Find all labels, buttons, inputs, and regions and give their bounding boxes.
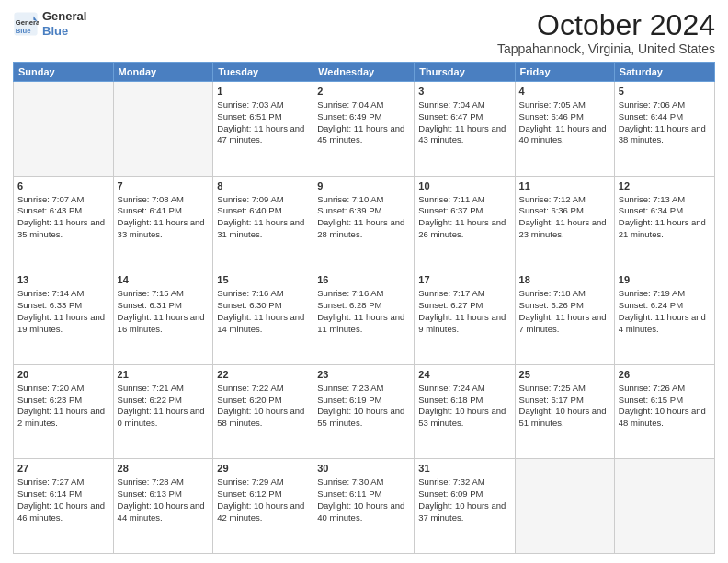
- day-info: Sunrise: 7:11 AM Sunset: 6:37 PM Dayligh…: [418, 194, 510, 241]
- calendar-day-cell: 1Sunrise: 7:03 AM Sunset: 6:51 PM Daylig…: [213, 82, 313, 177]
- day-info: Sunrise: 7:22 AM Sunset: 6:20 PM Dayligh…: [217, 383, 309, 430]
- day-number: 30: [317, 462, 410, 476]
- calendar-day-cell: 19Sunrise: 7:19 AM Sunset: 6:24 PM Dayli…: [614, 270, 714, 365]
- title-block: October 2024 Tappahannock, Virginia, Uni…: [497, 9, 715, 56]
- logo-icon: General Blue: [13, 11, 39, 37]
- day-info: Sunrise: 7:26 AM Sunset: 6:15 PM Dayligh…: [619, 383, 711, 430]
- col-monday: Monday: [113, 63, 213, 82]
- day-number: 26: [619, 368, 711, 382]
- calendar-header-row: Sunday Monday Tuesday Wednesday Thursday…: [14, 63, 715, 82]
- calendar-day-cell: 14Sunrise: 7:15 AM Sunset: 6:31 PM Dayli…: [113, 270, 213, 365]
- day-number: 18: [519, 273, 610, 287]
- day-info: Sunrise: 7:04 AM Sunset: 6:47 PM Dayligh…: [418, 99, 510, 146]
- calendar-day-cell: [14, 82, 114, 177]
- day-info: Sunrise: 7:25 AM Sunset: 6:17 PM Dayligh…: [519, 383, 610, 430]
- day-info: Sunrise: 7:16 AM Sunset: 6:30 PM Dayligh…: [217, 288, 309, 335]
- day-number: 23: [317, 368, 410, 382]
- calendar-day-cell: 7Sunrise: 7:08 AM Sunset: 6:41 PM Daylig…: [113, 176, 213, 270]
- calendar-day-cell: 23Sunrise: 7:23 AM Sunset: 6:19 PM Dayli…: [313, 364, 415, 459]
- day-number: 5: [619, 85, 711, 98]
- day-number: 6: [17, 179, 109, 193]
- calendar-day-cell: 12Sunrise: 7:13 AM Sunset: 6:34 PM Dayli…: [614, 176, 714, 270]
- col-thursday: Thursday: [415, 63, 515, 82]
- day-info: Sunrise: 7:14 AM Sunset: 6:33 PM Dayligh…: [17, 288, 109, 335]
- day-info: Sunrise: 7:24 AM Sunset: 6:18 PM Dayligh…: [418, 383, 510, 430]
- calendar-day-cell: 30Sunrise: 7:30 AM Sunset: 6:11 PM Dayli…: [313, 459, 415, 554]
- calendar-day-cell: 17Sunrise: 7:17 AM Sunset: 6:27 PM Dayli…: [415, 270, 515, 365]
- day-info: Sunrise: 7:28 AM Sunset: 6:13 PM Dayligh…: [118, 477, 210, 523]
- day-info: Sunrise: 7:30 AM Sunset: 6:11 PM Dayligh…: [317, 477, 410, 523]
- day-info: Sunrise: 7:04 AM Sunset: 6:49 PM Dayligh…: [317, 99, 410, 146]
- day-info: Sunrise: 7:09 AM Sunset: 6:40 PM Dayligh…: [217, 194, 309, 241]
- calendar-day-cell: 21Sunrise: 7:21 AM Sunset: 6:22 PM Dayli…: [113, 364, 213, 459]
- day-number: 22: [217, 368, 309, 382]
- day-number: 29: [217, 462, 309, 476]
- page: General Blue General Blue October 2024 T…: [0, 0, 728, 563]
- day-number: 17: [418, 273, 510, 287]
- day-info: Sunrise: 7:03 AM Sunset: 6:51 PM Dayligh…: [217, 99, 309, 146]
- calendar-week-row: 1Sunrise: 7:03 AM Sunset: 6:51 PM Daylig…: [14, 82, 715, 177]
- day-number: 21: [118, 368, 210, 382]
- day-number: 24: [418, 368, 510, 382]
- calendar-day-cell: 15Sunrise: 7:16 AM Sunset: 6:30 PM Dayli…: [213, 270, 313, 365]
- day-number: 20: [17, 368, 109, 382]
- day-info: Sunrise: 7:05 AM Sunset: 6:46 PM Dayligh…: [519, 99, 610, 146]
- calendar-day-cell: 28Sunrise: 7:28 AM Sunset: 6:13 PM Dayli…: [113, 459, 213, 554]
- calendar-day-cell: 16Sunrise: 7:16 AM Sunset: 6:28 PM Dayli…: [313, 270, 415, 365]
- calendar-day-cell: 24Sunrise: 7:24 AM Sunset: 6:18 PM Dayli…: [415, 364, 515, 459]
- col-friday: Friday: [515, 63, 614, 82]
- day-number: 13: [17, 273, 109, 287]
- calendar-day-cell: 10Sunrise: 7:11 AM Sunset: 6:37 PM Dayli…: [415, 176, 515, 270]
- logo-line2: Blue: [42, 24, 86, 39]
- day-info: Sunrise: 7:15 AM Sunset: 6:31 PM Dayligh…: [118, 288, 210, 335]
- day-info: Sunrise: 7:18 AM Sunset: 6:26 PM Dayligh…: [519, 288, 610, 335]
- calendar-week-row: 27Sunrise: 7:27 AM Sunset: 6:14 PM Dayli…: [14, 459, 715, 554]
- day-info: Sunrise: 7:17 AM Sunset: 6:27 PM Dayligh…: [418, 288, 510, 335]
- day-number: 7: [118, 179, 210, 193]
- calendar-day-cell: 20Sunrise: 7:20 AM Sunset: 6:23 PM Dayli…: [14, 364, 114, 459]
- calendar-day-cell: [113, 82, 213, 177]
- calendar-day-cell: 27Sunrise: 7:27 AM Sunset: 6:14 PM Dayli…: [14, 459, 114, 554]
- day-number: 3: [418, 85, 510, 98]
- calendar-day-cell: 31Sunrise: 7:32 AM Sunset: 6:09 PM Dayli…: [415, 459, 515, 554]
- main-title: October 2024: [497, 9, 715, 41]
- calendar-day-cell: 11Sunrise: 7:12 AM Sunset: 6:36 PM Dayli…: [515, 176, 614, 270]
- calendar-day-cell: 13Sunrise: 7:14 AM Sunset: 6:33 PM Dayli…: [14, 270, 114, 365]
- day-number: 11: [519, 179, 610, 193]
- col-saturday: Saturday: [614, 63, 714, 82]
- day-number: 19: [619, 273, 711, 287]
- day-info: Sunrise: 7:29 AM Sunset: 6:12 PM Dayligh…: [217, 477, 309, 523]
- calendar-week-row: 20Sunrise: 7:20 AM Sunset: 6:23 PM Dayli…: [14, 364, 715, 459]
- subtitle: Tappahannock, Virginia, United States: [497, 41, 715, 56]
- day-info: Sunrise: 7:10 AM Sunset: 6:39 PM Dayligh…: [317, 194, 410, 241]
- calendar-day-cell: 8Sunrise: 7:09 AM Sunset: 6:40 PM Daylig…: [213, 176, 313, 270]
- calendar-day-cell: 6Sunrise: 7:07 AM Sunset: 6:43 PM Daylig…: [14, 176, 114, 270]
- calendar-day-cell: 26Sunrise: 7:26 AM Sunset: 6:15 PM Dayli…: [614, 364, 714, 459]
- day-number: 8: [217, 179, 309, 193]
- calendar-day-cell: 9Sunrise: 7:10 AM Sunset: 6:39 PM Daylig…: [313, 176, 415, 270]
- day-info: Sunrise: 7:12 AM Sunset: 6:36 PM Dayligh…: [519, 194, 610, 241]
- calendar-day-cell: 29Sunrise: 7:29 AM Sunset: 6:12 PM Dayli…: [213, 459, 313, 554]
- day-number: 10: [418, 179, 510, 193]
- day-info: Sunrise: 7:23 AM Sunset: 6:19 PM Dayligh…: [317, 383, 410, 430]
- calendar-day-cell: 2Sunrise: 7:04 AM Sunset: 6:49 PM Daylig…: [313, 82, 415, 177]
- calendar-week-row: 13Sunrise: 7:14 AM Sunset: 6:33 PM Dayli…: [14, 270, 715, 365]
- logo: General Blue General Blue: [13, 9, 86, 38]
- day-number: 9: [317, 179, 410, 193]
- calendar-day-cell: 18Sunrise: 7:18 AM Sunset: 6:26 PM Dayli…: [515, 270, 614, 365]
- day-info: Sunrise: 7:08 AM Sunset: 6:41 PM Dayligh…: [118, 194, 210, 241]
- day-number: 14: [118, 273, 210, 287]
- col-wednesday: Wednesday: [313, 63, 415, 82]
- day-number: 12: [619, 179, 711, 193]
- calendar-week-row: 6Sunrise: 7:07 AM Sunset: 6:43 PM Daylig…: [14, 176, 715, 270]
- day-info: Sunrise: 7:32 AM Sunset: 6:09 PM Dayligh…: [418, 477, 510, 523]
- calendar-day-cell: [614, 459, 714, 554]
- calendar-day-cell: [515, 459, 614, 554]
- day-number: 27: [17, 462, 109, 476]
- day-number: 28: [118, 462, 210, 476]
- day-info: Sunrise: 7:16 AM Sunset: 6:28 PM Dayligh…: [317, 288, 410, 335]
- calendar-day-cell: 4Sunrise: 7:05 AM Sunset: 6:46 PM Daylig…: [515, 82, 614, 177]
- day-info: Sunrise: 7:21 AM Sunset: 6:22 PM Dayligh…: [118, 383, 210, 430]
- day-number: 4: [519, 85, 610, 98]
- day-number: 25: [519, 368, 610, 382]
